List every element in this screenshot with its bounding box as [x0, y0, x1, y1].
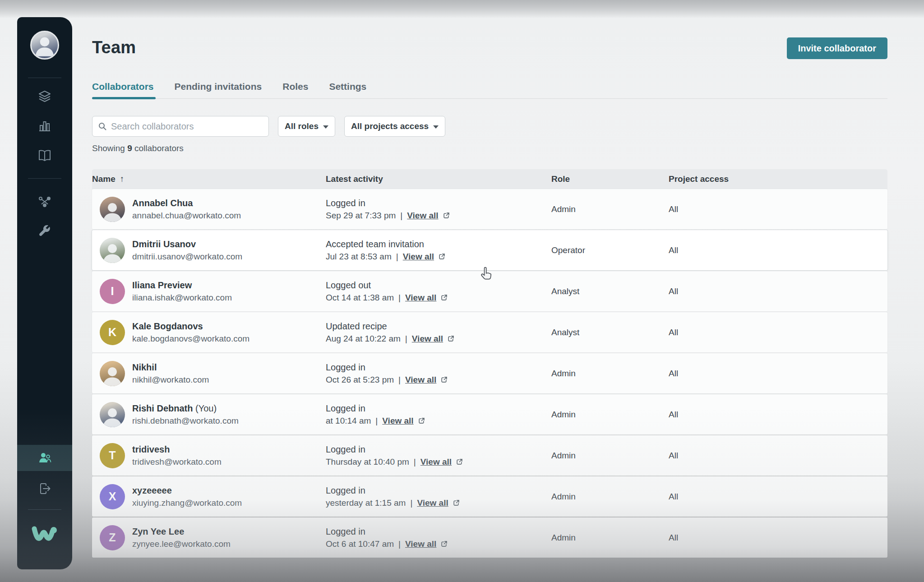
collaborator-email: xiuying.zhang@workato.com [132, 498, 242, 508]
activity-time: Jul 23 at 8:53 am [326, 252, 392, 262]
collaborator-rows: Annabel Chua annabel.chua@workato.com Lo… [92, 189, 887, 558]
view-all-link[interactable]: View all [407, 211, 438, 221]
activity-cell: Logged out Oct 14 at 1:38 am | View all [326, 280, 551, 303]
activity-action: Logged in [326, 362, 551, 373]
avatar-photo-silhouette [100, 404, 125, 427]
page-title: Team [92, 38, 136, 57]
collaborators-table: Name ↑ Latest activity Role Project acce… [92, 169, 887, 559]
avatar: X [100, 484, 125, 509]
invite-collaborator-button[interactable]: Invite collaborator [787, 37, 887, 59]
name-cell: Dmitrii Usanov dmitrii.usanov@workato.co… [92, 238, 326, 263]
person-photo-icon [32, 32, 58, 58]
workato-logo-icon [31, 524, 59, 546]
external-link-icon [441, 376, 448, 383]
project-access: All [669, 533, 887, 543]
profile-avatar[interactable] [17, 31, 72, 60]
view-all-link[interactable]: View all [405, 539, 436, 549]
name-cell: I Iliana Preview iliana.ishak@workato.co… [92, 279, 326, 304]
table-row[interactable]: K Kale Bogdanovs kale.bogdanovs@workato.… [92, 312, 887, 352]
view-all-link[interactable]: View all [405, 375, 436, 385]
avatar-initial: T [109, 449, 116, 462]
name-cell: K Kale Bogdanovs kale.bogdanovs@workato.… [92, 320, 326, 345]
view-all-link-label: View all [420, 457, 452, 467]
column-header-project-access: Project access [669, 174, 887, 184]
tab-pending-invitations[interactable]: Pending invitations [175, 81, 262, 98]
avatar [100, 361, 125, 386]
project-access: All [669, 328, 887, 337]
view-all-link[interactable]: View all [403, 252, 434, 262]
collaborator-email: rishi.debnath@workato.com [132, 416, 239, 426]
view-all-link[interactable]: View all [420, 457, 452, 467]
name-cell: T tridivesh tridivesh@workato.com [92, 443, 326, 468]
tab-collaborators[interactable]: Collaborators [92, 81, 154, 98]
sidebar-item-team[interactable] [17, 445, 72, 471]
activity-time: Thursday at 10:40 pm [326, 457, 409, 467]
sidebar-item-projects[interactable] [17, 89, 72, 104]
tab-settings[interactable]: Settings [329, 81, 366, 98]
activity-action: Logged in [326, 403, 551, 414]
sidebar-item-tools[interactable] [17, 224, 72, 237]
activity-action: Logged out [326, 280, 551, 291]
column-header-name[interactable]: Name ↑ [92, 174, 326, 184]
external-link-icon [441, 540, 448, 547]
sidebar-divider [28, 78, 61, 78]
view-all-link-label: View all [407, 211, 438, 220]
workato-logo [17, 524, 72, 546]
activity-cell: Logged in Thursday at 10:40 pm | View al… [326, 444, 551, 467]
table-row[interactable]: Annabel Chua annabel.chua@workato.com Lo… [92, 189, 887, 229]
project-access: All [669, 245, 887, 255]
projects-filter-dropdown[interactable]: All projects access [344, 116, 445, 137]
search-collaborators-box[interactable] [92, 116, 269, 137]
activity-separator: | [375, 416, 378, 426]
table-row[interactable]: Rishi Debnath (You) rishi.debnath@workat… [92, 394, 887, 434]
table-row[interactable]: X xyzeeeee xiuying.zhang@workato.com Log… [92, 476, 887, 517]
table-row[interactable]: Z Zyn Yee Lee zynyee.lee@workato.com Log… [92, 517, 887, 558]
logout-icon [38, 482, 51, 495]
table-row[interactable]: I Iliana Preview iliana.ishak@workato.co… [92, 271, 887, 311]
view-all-link-label: View all [417, 498, 448, 508]
activity-cell: Logged in yesterday at 1:15 am | View al… [326, 485, 551, 508]
activity-cell: Logged in Oct 6 at 10:47 am | View all [326, 527, 551, 549]
activity-action: Logged in [326, 485, 551, 496]
view-all-link[interactable]: View all [417, 498, 448, 508]
wrench-icon [38, 224, 51, 237]
collaborator-name: tridivesh [132, 444, 170, 454]
project-access: All [669, 286, 887, 296]
activity-time: Oct 26 at 5:23 pm [326, 375, 394, 385]
main-content: Team Invite collaborator Collaborators P… [92, 0, 887, 582]
avatar [100, 197, 125, 222]
tab-roles[interactable]: Roles [282, 81, 308, 98]
activity-separator: | [398, 539, 401, 549]
activity-time: at 10:14 am [326, 416, 371, 426]
table-row[interactable]: Nikhil nikhil@workato.com Logged in Oct … [92, 353, 887, 393]
avatar [100, 238, 125, 263]
collaborator-name: Kale Bogdanovs [132, 321, 203, 331]
view-all-link[interactable]: View all [405, 293, 436, 303]
name-cell: Rishi Debnath (You) rishi.debnath@workat… [92, 402, 326, 427]
activity-separator: | [405, 334, 407, 344]
sidebar-item-logout[interactable] [17, 482, 72, 495]
roles-filter-dropdown[interactable]: All roles [278, 116, 335, 137]
sidebar-item-library[interactable] [17, 149, 72, 162]
collaborator-name: Annabel Chua [132, 198, 193, 208]
sidebar-item-dashboard[interactable] [17, 119, 72, 133]
name-cell: Annabel Chua annabel.chua@workato.com [92, 197, 326, 222]
view-all-link[interactable]: View all [412, 334, 443, 344]
name-cell: Nikhil nikhil@workato.com [92, 361, 326, 386]
view-all-link[interactable]: View all [382, 416, 413, 426]
activity-time: Oct 14 at 1:38 am [326, 293, 394, 303]
activity-cell: Accepted team invitation Jul 23 at 8:53 … [326, 239, 551, 262]
table-row[interactable]: T tridivesh tridivesh@workato.com Logged… [92, 435, 887, 476]
collaborator-role: Admin [551, 533, 669, 543]
sidebar-item-community[interactable] [17, 194, 72, 208]
layers-icon [37, 89, 52, 104]
search-input[interactable] [111, 121, 263, 132]
project-access: All [669, 369, 887, 379]
activity-cell: Updated recipe Aug 24 at 10:22 am | View… [326, 321, 551, 344]
chevron-down-icon [323, 125, 328, 129]
project-access: All [669, 204, 887, 214]
table-row[interactable]: Dmitrii Usanov dmitrii.usanov@workato.co… [92, 230, 887, 270]
activity-separator: | [396, 252, 398, 262]
avatar-initial: X [109, 490, 116, 503]
view-all-link-label: View all [405, 539, 436, 549]
